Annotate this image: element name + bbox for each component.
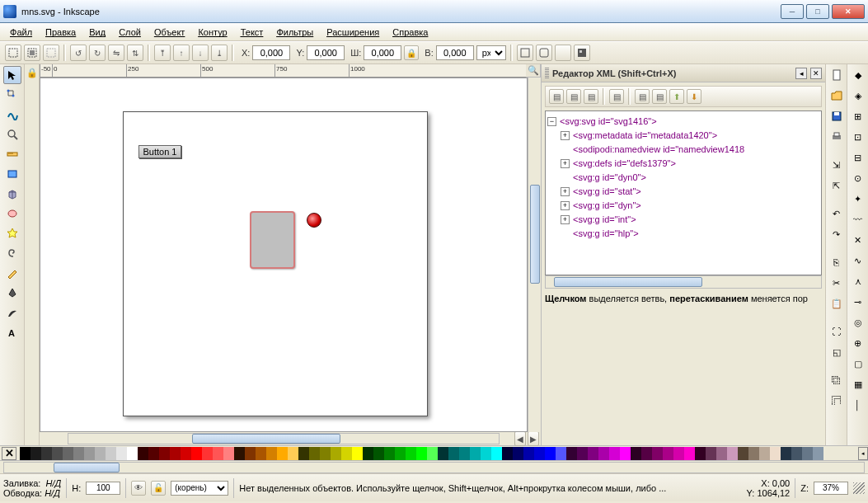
ellipse-tool-icon[interactable] xyxy=(3,204,21,223)
color-swatch[interactable] xyxy=(748,447,759,460)
save-doc-icon[interactable] xyxy=(828,107,846,125)
color-swatch[interactable] xyxy=(116,447,127,460)
color-swatch[interactable] xyxy=(213,447,223,460)
snap-nodes-icon[interactable]: ✦ xyxy=(849,190,867,208)
resize-grip-icon[interactable] xyxy=(853,482,865,494)
canvas-hscrollbar[interactable]: ◀ ▶ xyxy=(40,432,541,445)
node-tool-icon[interactable] xyxy=(3,86,21,104)
xml-new-element-icon[interactable]: ▤ xyxy=(549,89,564,104)
color-swatch[interactable] xyxy=(609,447,620,460)
lock-aspect-icon[interactable]: 🔒 xyxy=(404,45,419,60)
color-swatch[interactable] xyxy=(759,447,770,460)
zoom-page-icon[interactable]: ◱ xyxy=(828,343,846,361)
color-swatch[interactable] xyxy=(256,447,266,460)
snap-objcenter-icon[interactable]: ◎ xyxy=(849,313,867,331)
color-swatch[interactable] xyxy=(470,447,481,460)
pencil-tool-icon[interactable] xyxy=(3,264,21,282)
snap-guide-icon[interactable]: │ xyxy=(849,396,867,414)
h-input[interactable] xyxy=(436,45,474,60)
snap-grid-icon[interactable]: ▦ xyxy=(849,375,867,393)
color-swatch[interactable] xyxy=(30,447,41,460)
flip-v-icon[interactable]: ⇅ xyxy=(127,45,143,61)
color-swatch[interactable] xyxy=(309,447,320,460)
xml-new-text-icon[interactable]: ▤ xyxy=(566,89,581,104)
xml-tree-node[interactable]: +<svg:g id="dyn"> xyxy=(547,199,819,213)
xml-outdent-icon[interactable]: ▤ xyxy=(652,89,667,104)
horizontal-ruler[interactable]: -5002505007501000 xyxy=(40,64,526,78)
color-swatch[interactable] xyxy=(684,447,695,460)
color-swatch[interactable] xyxy=(459,447,470,460)
palette-menu-icon[interactable]: ◂ xyxy=(858,447,868,460)
raise-top-icon[interactable]: ⤒ xyxy=(154,45,171,61)
snap-corners-icon[interactable]: ⊡ xyxy=(849,128,867,146)
affect-gradient-icon[interactable] xyxy=(555,45,571,61)
color-swatch[interactable] xyxy=(95,447,106,460)
xml-tree-node[interactable]: <svg:g id="dyn0"> xyxy=(547,171,819,185)
tree-toggle-icon[interactable]: + xyxy=(561,187,570,196)
color-swatch[interactable] xyxy=(598,447,609,460)
xml-tree[interactable]: −<svg:svg id="svg1416">+<svg:metadata id… xyxy=(545,110,822,275)
xml-tree-node[interactable]: <sodipodi:namedview id="namedview1418 xyxy=(547,143,819,157)
affect-corners-icon[interactable] xyxy=(536,45,552,61)
color-swatch[interactable] xyxy=(352,447,363,460)
color-swatch[interactable] xyxy=(331,447,341,460)
xml-delete-icon[interactable]: ▤ xyxy=(609,89,624,104)
layer-select[interactable]: (корень) xyxy=(171,481,228,496)
calligraphy-tool-icon[interactable] xyxy=(3,303,21,322)
menu-edit[interactable]: Правка xyxy=(40,26,81,39)
canvas-vscrollbar[interactable] xyxy=(528,78,541,432)
color-swatch[interactable] xyxy=(427,447,438,460)
color-swatch[interactable] xyxy=(448,447,459,460)
color-swatch[interactable] xyxy=(577,447,588,460)
color-swatch[interactable] xyxy=(288,447,298,460)
color-swatch[interactable] xyxy=(738,447,748,460)
xml-tree-node[interactable]: <svg:g id="hlp"> xyxy=(547,227,819,241)
tweak-tool-icon[interactable] xyxy=(3,106,21,124)
zoom-tool-icon[interactable] xyxy=(3,125,21,143)
menu-extensions[interactable]: Расширения xyxy=(321,26,384,39)
color-swatch[interactable] xyxy=(406,447,416,460)
tree-toggle-icon[interactable]: − xyxy=(547,117,556,126)
snap-smooth-icon[interactable]: ∿ xyxy=(849,252,867,270)
selector-tool-icon[interactable] xyxy=(3,66,21,84)
menu-view[interactable]: Вид xyxy=(84,26,110,39)
color-swatch[interactable] xyxy=(523,447,534,460)
snap-enable-icon[interactable]: ◆ xyxy=(849,66,867,84)
color-swatch[interactable] xyxy=(170,447,181,460)
color-swatch[interactable] xyxy=(556,447,566,460)
open-doc-icon[interactable] xyxy=(828,87,846,105)
panel-grip-icon[interactable] xyxy=(545,68,549,79)
select-layer-icon[interactable] xyxy=(24,45,40,61)
tree-toggle-icon[interactable]: + xyxy=(561,159,570,168)
cut-icon[interactable]: ✂ xyxy=(828,274,846,292)
snap-edges-icon[interactable]: ⊞ xyxy=(849,107,867,125)
color-swatch[interactable] xyxy=(320,447,331,460)
menu-help[interactable]: Справка xyxy=(387,26,433,39)
zoom-input[interactable] xyxy=(814,482,848,495)
color-swatch[interactable] xyxy=(802,447,813,460)
color-swatch[interactable] xyxy=(566,447,577,460)
color-swatch[interactable] xyxy=(652,447,663,460)
spiral-tool-icon[interactable] xyxy=(3,244,21,262)
color-swatch[interactable] xyxy=(341,447,352,460)
color-swatch[interactable] xyxy=(41,447,52,460)
menu-file[interactable]: Файл xyxy=(5,26,37,39)
tree-toggle-icon[interactable]: + xyxy=(561,201,570,210)
color-swatch[interactable] xyxy=(791,447,802,460)
lower-icon[interactable]: ↓ xyxy=(192,45,209,61)
snap-paths-icon[interactable]: 〰 xyxy=(849,210,867,228)
color-swatch[interactable] xyxy=(245,447,256,460)
text-tool-icon[interactable]: A xyxy=(3,323,21,341)
new-doc-icon[interactable] xyxy=(828,66,846,84)
color-swatch[interactable] xyxy=(73,447,84,460)
xml-indent-icon[interactable]: ▤ xyxy=(635,89,650,104)
xml-duplicate-icon[interactable]: ▤ xyxy=(584,89,598,104)
color-swatch[interactable] xyxy=(534,447,545,460)
color-swatch[interactable] xyxy=(266,447,277,460)
color-swatch[interactable] xyxy=(127,447,138,460)
copy-icon[interactable]: ⎘ xyxy=(828,253,846,271)
color-swatch[interactable] xyxy=(384,447,395,460)
close-button[interactable]: ✕ xyxy=(832,4,865,19)
color-swatch[interactable] xyxy=(202,447,213,460)
snap-intersect-icon[interactable]: ✕ xyxy=(849,231,867,249)
